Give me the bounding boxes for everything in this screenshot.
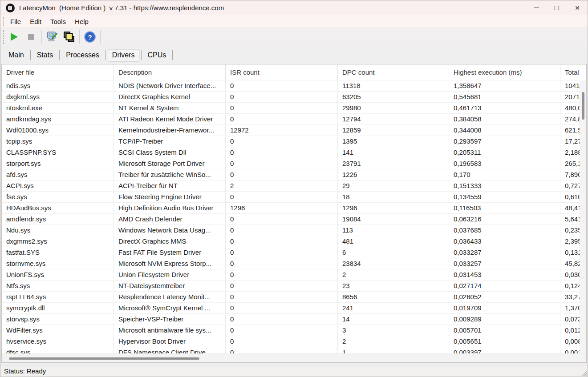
table-row[interactable]: CLASSPNP.SYSSCSI Class System Dll01410,2…: [2, 147, 580, 158]
table-row[interactable]: Wdf01000.sysKernelmodustreiber-Framewor.…: [2, 125, 580, 136]
table-row[interactable]: ntoskrnl.exeNT Kernel & System0299800,46…: [2, 103, 580, 114]
report-button[interactable]: [61, 30, 77, 44]
options-monitor-icon: [46, 31, 58, 43]
column-header[interactable]: ISR count: [226, 64, 338, 80]
table-cell: 0,009289: [449, 314, 560, 325]
table-row[interactable]: tcpip.sysTCP/IP-Treiber013950,29359717,2…: [2, 136, 580, 147]
table-row[interactable]: amdfendr.sysAMD Crash Defender0190840,06…: [2, 214, 580, 225]
table-cell: symcryptk.dll: [2, 303, 114, 314]
table-row[interactable]: HDAudBus.sysHigh Definition Audio Bus Dr…: [2, 203, 580, 214]
resize-grip-icon[interactable]: [580, 369, 587, 376]
table-cell: Fast FAT File System Driver: [114, 247, 226, 258]
column-header[interactable]: DPC count: [338, 64, 449, 80]
table-cell: 1395: [338, 136, 449, 147]
table-cell: 0: [226, 225, 338, 236]
table-row[interactable]: afd.sysTreiber für zusätzliche WinSo...0…: [2, 169, 580, 180]
table-cell: storport.sys: [2, 158, 114, 169]
table-cell: 113: [338, 225, 449, 236]
table-cell: 0: [226, 281, 338, 292]
table-cell: 480,0: [560, 103, 580, 114]
table-cell: afd.sys: [2, 169, 114, 180]
tab-main[interactable]: Main: [2, 49, 30, 61]
table-row[interactable]: hvservice.sysHypervisor Boot Driver020,0…: [2, 336, 580, 347]
help-button[interactable]: ?: [81, 30, 98, 44]
table-cell: ndis.sys: [2, 80, 114, 92]
table-cell: dxgkrnl.sys: [2, 92, 114, 103]
table-cell: 0: [226, 303, 338, 314]
table-body: ndis.sysNDIS (Network Driver Interface..…: [2, 80, 580, 353]
menubar-grip[interactable]: [3, 17, 4, 26]
tab-processes[interactable]: Processes: [60, 49, 105, 61]
maximize-button[interactable]: [547, 0, 567, 15]
table-row[interactable]: dxgkrnl.sysDirectX Graphics Kernel063205…: [2, 92, 580, 103]
table-row[interactable]: dxgmms2.sysDirectX Graphics MMS04810,036…: [2, 236, 580, 247]
table-cell: amdkmdag.sys: [2, 114, 114, 125]
table-cell: 0,005651: [449, 336, 560, 347]
menu-tools[interactable]: Tools: [46, 16, 70, 27]
tab-drivers[interactable]: Drivers: [108, 49, 139, 61]
table-row[interactable]: Ndu.sysWindows Network Data Usag...01130…: [2, 225, 580, 236]
menu-file[interactable]: File: [6, 16, 25, 27]
table-row[interactable]: fse.sysFlow Steering Engine Driver0180,1…: [2, 192, 580, 203]
minimize-button[interactable]: [526, 0, 547, 15]
vertical-scrollbar-thumb[interactable]: [582, 92, 584, 120]
table-cell: amdfendr.sys: [2, 214, 114, 225]
vertical-scrollbar[interactable]: [580, 80, 586, 353]
table-cell: Microsoft Storage Port Driver: [114, 158, 226, 169]
table-cell: 0: [226, 269, 338, 281]
table-row[interactable]: rspLLL64.sysResplendence Latency Monit..…: [2, 292, 580, 303]
tab-stats[interactable]: Stats: [31, 49, 59, 61]
table-row[interactable]: dfsc.sysDFS Namespace Client Drive...010…: [2, 347, 580, 353]
table-cell: UnionFS.sys: [2, 269, 114, 281]
table-row[interactable]: stornvme.sysMicrosoft NVM Express Storp.…: [2, 258, 580, 269]
table-cell: Resplendence Latency Monit...: [114, 292, 226, 303]
menu-edit[interactable]: Edit: [25, 16, 46, 27]
table-cell: 0,030: [560, 269, 580, 281]
menu-help[interactable]: Help: [70, 16, 93, 27]
table-row[interactable]: symcryptk.dllMicrosoft® SymCrypt Kernel …: [2, 303, 580, 314]
horizontal-scrollbar[interactable]: [2, 353, 586, 362]
close-icon: ✕: [575, 5, 580, 11]
table-cell: 33,27: [560, 292, 580, 303]
table-row[interactable]: ndis.sysNDIS (Network Driver Interface..…: [2, 80, 580, 92]
minimize-icon: [534, 8, 539, 8]
table-cell: WdFilter.sys: [2, 325, 114, 336]
table-row[interactable]: ACPI.sysACPI-Treiber für NT2290,1513330,…: [2, 180, 580, 192]
table-cell: Microsoft NVM Express Storp...: [114, 258, 226, 269]
table-cell: 0,019709: [449, 303, 560, 314]
table-row[interactable]: WdFilter.sysMicrosoft antimalware file s…: [2, 325, 580, 336]
start-monitor-button[interactable]: [6, 30, 23, 44]
table-cell: 0,727: [560, 180, 580, 192]
toolbar: ?: [0, 28, 588, 46]
table-row[interactable]: fastfat.SYSFast FAT File System Driver06…: [2, 247, 580, 258]
table-row[interactable]: Ntfs.sysNT-Dateisystemtreiber0230,027174…: [2, 281, 580, 292]
table-cell: stornvme.sys: [2, 258, 114, 269]
table-cell: 2,395: [560, 236, 580, 247]
table-cell: 0,012: [560, 325, 580, 336]
column-header[interactable]: Highest execution (ms): [449, 64, 560, 80]
table-cell: 0: [226, 114, 338, 125]
table-row[interactable]: amdkmdag.sysATI Radeon Kernel Mode Drive…: [2, 114, 580, 125]
toolbar-separator: [100, 30, 101, 44]
column-header[interactable]: Driver file: [2, 64, 114, 80]
table-cell: 6: [338, 247, 449, 258]
toolbar-grip[interactable]: [3, 30, 4, 44]
table-cell: 0: [226, 192, 338, 203]
table-row[interactable]: UnionFS.sysUnion Filesystem Driver020,03…: [2, 269, 580, 281]
options-button[interactable]: [44, 30, 61, 44]
table-cell: 0,293597: [449, 136, 560, 147]
horizontal-scrollbar-thumb[interactable]: [9, 357, 199, 360]
stop-monitor-button[interactable]: [23, 30, 40, 44]
table-cell: storvsp.sys: [2, 314, 114, 325]
table-row[interactable]: storvsp.sysSpeicher-VSP-Treiber0140,0092…: [2, 314, 580, 325]
column-header[interactable]: Description: [114, 64, 226, 80]
table-cell: DirectX Graphics Kernel: [114, 92, 226, 103]
close-button[interactable]: ✕: [567, 0, 588, 15]
column-header[interactable]: Total: [560, 64, 580, 80]
table-row[interactable]: storport.sysMicrosoft Storage Port Drive…: [2, 158, 580, 169]
table-cell: 0,027174: [449, 281, 560, 292]
tab-cpus[interactable]: CPUs: [142, 49, 173, 61]
table-cell: 45,82: [560, 258, 580, 269]
table-cell: 0,344008: [449, 125, 560, 136]
table-cell: 2,188: [560, 147, 580, 158]
